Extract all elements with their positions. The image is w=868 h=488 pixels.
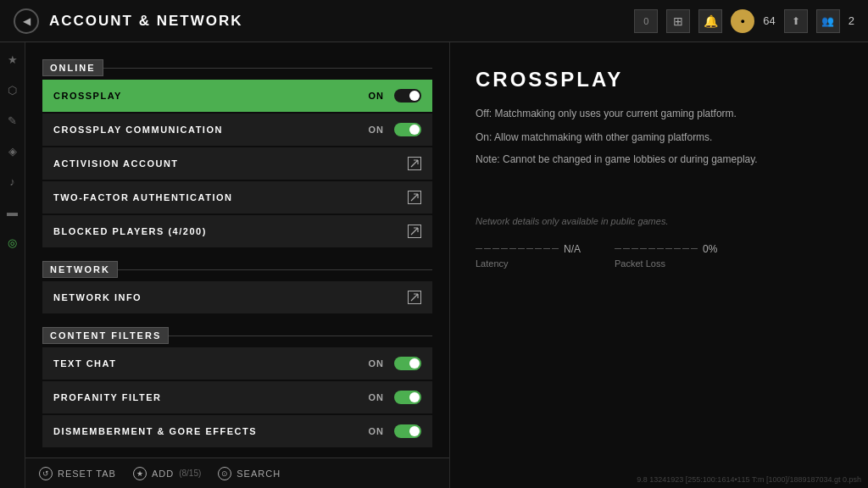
back-icon: ◀ xyxy=(23,15,31,27)
packet-loss-dots: 0% xyxy=(615,243,717,255)
sidebar-item-network[interactable]: ◎ xyxy=(4,234,21,251)
online-section-line xyxy=(103,68,432,69)
crossplay-comm-label: CROSSPLAY COMMUNICATION xyxy=(53,125,369,135)
two-factor-label: TWO-FACTOR AUTHENTICATION xyxy=(53,192,408,202)
network-info-label: NETWORK INFO xyxy=(53,292,408,302)
latency-label: Latency xyxy=(476,258,581,269)
gore-effects-value: ON xyxy=(369,426,385,436)
players-count: 2 xyxy=(849,14,854,27)
players-icon[interactable]: 👥 xyxy=(816,9,840,33)
gore-effects-row[interactable]: DISMEMBERMENT & GORE EFFECTS ON xyxy=(42,415,432,447)
search-button[interactable]: ⊙ SEARCH xyxy=(218,467,281,480)
dot xyxy=(623,248,630,249)
header: ◀ ACCOUNT & NETWORK 0 ⊞ 🔔 ● 64 ⬆ 👥 2 xyxy=(0,0,868,42)
detail-desc1: Off: Matchmaking only uses your current … xyxy=(476,105,843,122)
sidebar-item-star[interactable]: ★ xyxy=(4,51,21,68)
toggle-knob-5 xyxy=(409,426,420,436)
toggle-knob-3 xyxy=(409,358,420,369)
dot xyxy=(492,248,499,249)
crossplay-comm-value: ON xyxy=(369,125,385,135)
reset-tab-button[interactable]: ↺ RESET TAB xyxy=(39,467,116,480)
dot xyxy=(476,248,482,249)
toggle-knob-4 xyxy=(409,392,420,402)
online-section-header: ONLINE xyxy=(42,59,432,76)
latency-value: N/A xyxy=(564,243,581,255)
sidebar-item-monitor[interactable]: ▬ xyxy=(4,203,21,220)
main-content: ONLINE CROSSPLAY ON CROSSPLAY COMMUNICAT… xyxy=(25,42,868,488)
crossplay-value: ON xyxy=(369,91,385,101)
two-factor-row[interactable]: TWO-FACTOR AUTHENTICATION xyxy=(42,181,432,214)
blocked-players-label: BLOCKED PLAYERS (4/200) xyxy=(53,226,408,236)
add-star-icon: ★ xyxy=(133,467,147,480)
detail-desc2: On: Allow matchmaking with other gaming … xyxy=(476,129,843,146)
network-section-label: NETWORK xyxy=(42,261,118,278)
dot xyxy=(501,248,508,249)
add-button[interactable]: ★ ADD (8/15) xyxy=(133,467,201,480)
dot xyxy=(509,248,516,249)
text-chat-toggle[interactable] xyxy=(394,357,421,370)
back-button[interactable]: ◀ xyxy=(14,8,39,34)
credits-value: 64 xyxy=(763,14,775,27)
crossplay-comm-row[interactable]: CROSSPLAY COMMUNICATION ON xyxy=(42,114,432,146)
network-public-note: Network details only available in public… xyxy=(476,216,843,226)
sidebar-item-gamepad[interactable]: ⬡ xyxy=(4,81,21,98)
dot xyxy=(691,248,698,249)
external-link-icon-2 xyxy=(408,191,421,204)
activision-label: ACTIVISION ACCOUNT xyxy=(53,158,408,169)
profanity-filter-row[interactable]: PROFANITY FILTER ON xyxy=(42,381,432,413)
external-link-icon xyxy=(408,157,421,170)
dot xyxy=(674,248,681,249)
bottom-bar: ↺ RESET TAB ★ ADD (8/15) ⊙ SEARCH xyxy=(25,458,449,488)
crossplay-toggle[interactable] xyxy=(394,89,421,103)
dot xyxy=(665,248,672,249)
text-chat-row[interactable]: TEXT CHAT ON xyxy=(42,347,432,380)
sidebar-item-sound[interactable]: ♪ xyxy=(4,173,21,190)
dot xyxy=(543,248,550,249)
page-title: ACCOUNT & NETWORK xyxy=(49,13,243,30)
add-label: ADD xyxy=(152,469,174,479)
sidebar-item-badge[interactable]: ◈ xyxy=(4,142,21,159)
gore-effects-toggle[interactable] xyxy=(394,424,421,438)
toggle-knob-2 xyxy=(409,125,420,135)
network-settings-list: NETWORK INFO xyxy=(42,281,432,313)
packet-loss-value: 0% xyxy=(703,243,717,255)
sidebar-item-edit[interactable]: ✎ xyxy=(4,112,21,129)
content-filters-settings-list: TEXT CHAT ON PROFANITY FILTER ON DISMEMB… xyxy=(42,347,432,447)
dot xyxy=(657,248,664,249)
profanity-filter-toggle[interactable] xyxy=(394,391,421,404)
sidebar: ★ ⬡ ✎ ◈ ♪ ▬ ◎ xyxy=(0,42,25,488)
external-link-icon-3 xyxy=(408,225,421,238)
bell-icon[interactable]: 🔔 xyxy=(698,9,722,33)
detail-note: Note: Cannot be changed in game lobbies … xyxy=(476,153,843,165)
currency-value: 0 xyxy=(643,16,648,26)
gore-effects-label: DISMEMBERMENT & GORE EFFECTS xyxy=(53,426,369,436)
settings-panel: ONLINE CROSSPLAY ON CROSSPLAY COMMUNICAT… xyxy=(25,42,449,488)
online-settings-list: CROSSPLAY ON CROSSPLAY COMMUNICATION ON … xyxy=(42,80,432,247)
dot xyxy=(640,248,647,249)
reset-icon: ↺ xyxy=(39,467,53,480)
network-info-row[interactable]: NETWORK INFO xyxy=(42,281,432,313)
crossplay-comm-toggle[interactable] xyxy=(394,123,421,136)
blocked-players-row[interactable]: BLOCKED PLAYERS (4/200) xyxy=(42,215,432,247)
share-icon[interactable]: ⬆ xyxy=(784,9,808,33)
currency-icon[interactable]: 0 xyxy=(634,9,658,33)
grid-icon[interactable]: ⊞ xyxy=(666,9,690,33)
content-filters-section-header: CONTENT FILTERS xyxy=(42,327,432,344)
network-section-header: NETWORK xyxy=(42,261,432,278)
dot xyxy=(552,248,559,249)
packet-loss-label: Packet Loss xyxy=(615,258,717,269)
detail-title: CROSSPLAY xyxy=(476,68,843,92)
search-icon: ⊙ xyxy=(218,467,231,480)
network-section-line xyxy=(118,269,432,270)
text-chat-label: TEXT CHAT xyxy=(53,358,369,369)
profanity-filter-value: ON xyxy=(369,392,385,402)
activision-row[interactable]: ACTIVISION ACCOUNT xyxy=(42,147,432,180)
detail-panel: CROSSPLAY Off: Matchmaking only uses you… xyxy=(449,42,868,488)
search-label: SEARCH xyxy=(236,469,281,479)
content-filters-section-line xyxy=(169,336,432,336)
status-bar: 9.8 13241923 [255:100:1614•115 T:m [1000… xyxy=(630,471,868,488)
dot xyxy=(615,248,621,249)
crossplay-row[interactable]: CROSSPLAY ON xyxy=(42,80,432,112)
network-stats: N/A Latency 0% Packet L xyxy=(476,243,843,269)
dot xyxy=(648,248,655,249)
